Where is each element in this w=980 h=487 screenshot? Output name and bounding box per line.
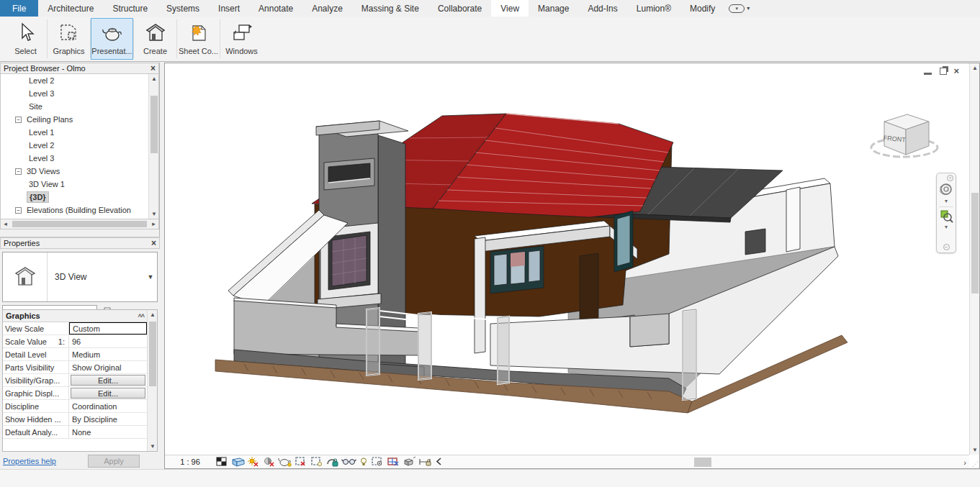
- temporary-hide-isolate-icon[interactable]: [342, 460, 356, 465]
- tree-item[interactable]: Level 2: [1, 139, 148, 152]
- ribbon-tab-structure[interactable]: Structure: [103, 0, 157, 17]
- visual-style-icon[interactable]: [233, 458, 244, 466]
- panel-button-sheet-composition[interactable]: Sheet Co...: [177, 18, 220, 60]
- lock-3d-view-icon[interactable]: [328, 459, 338, 466]
- ribbon-tab-manage[interactable]: Manage: [529, 0, 578, 17]
- close-view-icon[interactable]: ×: [953, 68, 959, 75]
- project-browser-titlebar[interactable]: Project Browser - Olmo ×: [0, 63, 159, 74]
- tree-item-label[interactable]: Ceiling Plans: [24, 114, 75, 124]
- property-edit-button[interactable]: Edit...: [71, 375, 145, 386]
- property-value[interactable]: By Discipline: [69, 413, 147, 425]
- ribbon-tab-file[interactable]: File: [0, 0, 38, 17]
- property-value[interactable]: 96: [69, 335, 147, 347]
- 3d-view-canvas[interactable]: × FRONT × ▾ ▾ −: [165, 63, 969, 455]
- chevron-down-icon[interactable]: ▾: [945, 198, 948, 204]
- panel-button-windows[interactable]: Windows: [220, 18, 263, 60]
- ribbon-tab-lumion-[interactable]: Lumion®: [627, 0, 680, 17]
- chevron-down-icon[interactable]: ▾: [945, 224, 948, 230]
- restore-view-icon[interactable]: [940, 68, 947, 75]
- viewcube[interactable]: FRONT: [867, 103, 946, 168]
- tree-item-label[interactable]: Elevations (Building Elevation: [24, 205, 133, 215]
- reveal-constraints-icon[interactable]: [420, 459, 431, 465]
- crop-region-icon[interactable]: [312, 458, 322, 466]
- property-value[interactable]: Custom: [69, 322, 147, 334]
- minimize-view-icon[interactable]: [924, 68, 932, 75]
- horizontal-scrollbar-thumb[interactable]: [694, 458, 711, 467]
- scroll-down-icon[interactable]: ▼: [970, 447, 980, 453]
- panel-button-presentation[interactable]: Presentat...: [91, 18, 133, 60]
- property-value[interactable]: Show Original: [69, 361, 147, 373]
- scrollbar-thumb[interactable]: [149, 322, 156, 386]
- tree-item-label[interactable]: 3D Views: [24, 166, 62, 176]
- tree-item[interactable]: −Ceiling Plans: [1, 113, 148, 126]
- ribbon-tab-massing-site[interactable]: Massing & Site: [352, 0, 428, 17]
- tree-item-label[interactable]: Level 2: [27, 140, 56, 150]
- scroll-down-icon[interactable]: ▼: [148, 442, 158, 451]
- tree-item[interactable]: Level 1: [1, 126, 148, 139]
- zoom-tool-icon[interactable]: [939, 209, 953, 223]
- tree-expander-icon[interactable]: −: [15, 207, 22, 214]
- tree-item[interactable]: −Elevations (Building Elevation: [1, 204, 148, 217]
- ribbon-tab-analyze[interactable]: Analyze: [302, 0, 352, 17]
- ribbon-tab-modify[interactable]: Modify: [680, 0, 724, 17]
- panel-button-graphics[interactable]: Graphics: [48, 18, 90, 60]
- boundary-wall-pillar[interactable]: [786, 187, 800, 252]
- tree-item-label[interactable]: Level 3: [27, 88, 56, 99]
- view-scale-button[interactable]: 1 : 96: [165, 458, 215, 466]
- ribbon-tab-insert[interactable]: Insert: [209, 0, 249, 17]
- steering-wheel-icon[interactable]: [938, 181, 954, 197]
- ribbon-tab-architecture[interactable]: Architecture: [38, 0, 103, 17]
- apply-button[interactable]: Apply: [88, 455, 140, 468]
- ribbon-tab-view[interactable]: View: [491, 0, 529, 17]
- tree-item[interactable]: {3D}: [1, 191, 148, 204]
- tree-expander-icon[interactable]: −: [15, 168, 22, 175]
- ribbon-tab-systems[interactable]: Systems: [157, 0, 209, 17]
- scrollbar-thumb[interactable]: [150, 96, 158, 153]
- close-icon[interactable]: ×: [151, 240, 156, 247]
- property-value[interactable]: Coordination: [69, 400, 147, 412]
- navbar-collapse-icon[interactable]: −: [943, 244, 950, 250]
- scroll-up-icon[interactable]: ▲: [148, 310, 158, 319]
- displacement-sets-icon[interactable]: [405, 457, 415, 465]
- properties-titlebar[interactable]: Properties ×: [0, 237, 160, 249]
- analytical-model-icon[interactable]: [388, 458, 398, 465]
- property-value[interactable]: Medium: [69, 348, 147, 360]
- sun-path-off-icon[interactable]: [248, 457, 258, 466]
- resize-grip[interactable]: ⋰: [972, 460, 979, 468]
- boundary-wall-opening[interactable]: [745, 229, 765, 255]
- expand-bar-icon[interactable]: [437, 458, 441, 465]
- close-icon[interactable]: ×: [150, 65, 156, 72]
- scroll-down-icon[interactable]: ▼: [149, 209, 159, 219]
- ribbon-display-toggle[interactable]: ▾ ▾: [729, 0, 750, 17]
- tree-expander-icon[interactable]: −: [15, 117, 22, 123]
- scroll-up-icon[interactable]: ▲: [149, 74, 159, 83]
- project-browser-vertical-scrollbar[interactable]: ▲ ▼: [148, 74, 158, 219]
- scroll-up-icon[interactable]: ▲: [970, 65, 980, 71]
- panel-button-create[interactable]: Create: [134, 18, 176, 60]
- shadows-off-icon[interactable]: [265, 458, 274, 467]
- type-selector[interactable]: 3D View ▼: [2, 252, 158, 302]
- tree-item[interactable]: Level 3: [1, 152, 148, 165]
- 3d-house-model[interactable]: [165, 63, 969, 455]
- ribbon-tab-add-ins[interactable]: Add-Ins: [578, 0, 626, 17]
- temporary-view-properties-icon[interactable]: [372, 458, 382, 465]
- scroll-right-icon[interactable]: ▸: [149, 219, 158, 229]
- ribbon-tab-annotate[interactable]: Annotate: [249, 0, 302, 17]
- tree-item[interactable]: 3D View 1: [1, 178, 148, 191]
- viewport-vertical-scrollbar[interactable]: ▲ ▼: [969, 63, 979, 455]
- collapse-section-icon[interactable]: ˄˄: [138, 312, 144, 319]
- properties-vertical-scrollbar[interactable]: ▲ ▼: [147, 310, 157, 451]
- porch-column[interactable]: [475, 237, 485, 353]
- crop-view-off-icon[interactable]: [296, 458, 305, 465]
- tree-item[interactable]: Site: [1, 100, 148, 113]
- rendering-dialog-icon[interactable]: [279, 458, 291, 466]
- properties-help-link[interactable]: Properties help: [3, 457, 56, 465]
- tree-item-label[interactable]: 3D View 1: [27, 179, 67, 189]
- tree-item-label[interactable]: Level 2: [27, 76, 56, 86]
- tree-item[interactable]: Level 2: [1, 74, 148, 87]
- navbar-close-icon[interactable]: ×: [947, 175, 953, 181]
- ribbon-tab-collaborate[interactable]: Collaborate: [428, 0, 491, 17]
- reveal-hidden-elements-icon[interactable]: [361, 458, 367, 465]
- properties-section-header[interactable]: Graphics ˄˄: [3, 310, 147, 322]
- tree-item-label[interactable]: Level 1: [27, 127, 56, 137]
